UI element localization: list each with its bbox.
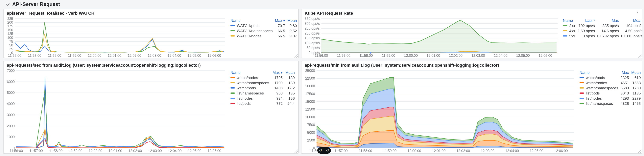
panel-header[interactable]: api-requests/min from audit.log (User: s… bbox=[302, 61, 642, 69]
svg-text:4000: 4000 bbox=[7, 102, 15, 106]
series-color-swatch bbox=[230, 103, 235, 104]
svg-text:11:56:00: 11:56:00 bbox=[10, 149, 23, 153]
dashboard-row-header[interactable]: API-Server Request bbox=[0, 0, 644, 9]
chart-svg: 0100020003000400050006000700011:56:0011:… bbox=[4, 69, 228, 153]
legend-row: list/nodes42932279 bbox=[578, 96, 642, 101]
legend-column-header[interactable]: Name bbox=[562, 18, 576, 23]
chart-area[interactable]: 0 ops/s50 ops/s100 ops/s150 ops/s200 ops… bbox=[302, 17, 561, 58]
svg-text:12:06:00: 12:06:00 bbox=[208, 54, 221, 58]
legend-value: 610 bbox=[630, 75, 642, 80]
svg-text:12:05:00: 12:05:00 bbox=[516, 54, 530, 58]
series-name[interactable]: WATCH/pods bbox=[237, 24, 260, 28]
series-color-swatch bbox=[230, 98, 235, 99]
legend-value: 24.4 bbox=[284, 101, 296, 106]
series-name[interactable]: watch/nodes bbox=[586, 80, 607, 85]
legend-value: 1795 bbox=[271, 75, 284, 80]
svg-text:200 ops/s: 200 ops/s bbox=[305, 31, 320, 35]
series-name[interactable]: 2xx bbox=[569, 24, 575, 28]
svg-text:12:05:00: 12:05:00 bbox=[188, 149, 202, 153]
legend-value: 66.5 bbox=[274, 28, 286, 33]
series-color-swatch bbox=[563, 25, 567, 26]
svg-text:12:03:00: 12:03:00 bbox=[148, 54, 161, 58]
legend-row: list/pods30431135 bbox=[578, 90, 642, 96]
svg-text:25000: 25000 bbox=[305, 69, 315, 73]
svg-text:11:56:00: 11:56:00 bbox=[314, 54, 328, 58]
legend-value: 0.0113 ops/s bbox=[620, 33, 642, 38]
chart-area[interactable]: 0250050007500100001250015000175002000022… bbox=[302, 69, 578, 153]
svg-text:12:00:00: 12:00:00 bbox=[408, 149, 421, 153]
chevron-down-icon[interactable] bbox=[6, 2, 10, 6]
legend-row: watch/pods140812.2 bbox=[229, 85, 296, 90]
svg-text:12:01:00: 12:01:00 bbox=[108, 149, 122, 153]
series-name[interactable]: watch/namespaces bbox=[586, 86, 618, 90]
svg-text:7000: 7000 bbox=[7, 69, 15, 73]
chart-area[interactable]: 0100020003000400050006000700011:56:0011:… bbox=[4, 69, 228, 153]
series-name[interactable]: watch/nodes bbox=[237, 76, 258, 80]
svg-text:12:04:00: 12:04:00 bbox=[168, 54, 181, 58]
svg-text:125: 125 bbox=[7, 32, 13, 36]
legend-column-header[interactable]: Last * bbox=[576, 18, 596, 23]
legend-column-header[interactable]: Max ▾ bbox=[274, 18, 286, 23]
svg-text:250 ops/s: 250 ops/s bbox=[305, 26, 320, 30]
svg-text:12:06:00: 12:06:00 bbox=[539, 54, 552, 58]
series-name[interactable]: list/namespaces bbox=[237, 91, 264, 95]
svg-text:11:56:00: 11:56:00 bbox=[8, 54, 21, 58]
series-name[interactable]: 5xx bbox=[569, 34, 575, 38]
svg-text:12:06:00: 12:06:00 bbox=[208, 149, 221, 153]
legend-column-header[interactable]: Max ▾ bbox=[271, 70, 284, 75]
legend-value: 1709 bbox=[271, 80, 284, 85]
series-name[interactable]: list/namespaces bbox=[586, 101, 613, 106]
legend-column-header[interactable]: Mean bbox=[620, 18, 642, 23]
legend-column-header[interactable]: Mean bbox=[286, 18, 298, 23]
panel-grid: apiserver_request_total/sec - verb WATCH… bbox=[3, 9, 642, 154]
legend-column-header[interactable]: Mean bbox=[284, 70, 296, 75]
panel-header[interactable]: apiserver_request_total/sec - verb WATCH bbox=[4, 9, 298, 17]
legend-column-header[interactable]: Name bbox=[229, 70, 271, 75]
legend-row: 4xx2.60 ops/s14.6 ops/s4.50 ops/s bbox=[562, 28, 642, 33]
series-name[interactable]: WATCH/namespaces bbox=[237, 28, 273, 33]
legend-column-header[interactable]: Name bbox=[578, 70, 620, 75]
panel-api-requests-min: api-requests/min from audit.log (User: s… bbox=[301, 61, 642, 154]
legend-column-header[interactable]: Max bbox=[620, 70, 630, 75]
svg-text:11:58:00: 11:58:00 bbox=[359, 149, 372, 153]
svg-text:12:05:00: 12:05:00 bbox=[530, 149, 544, 153]
panel-header[interactable]: api-requests/sec from audit.log (User: s… bbox=[4, 61, 298, 69]
svg-text:25: 25 bbox=[9, 47, 13, 51]
svg-text:22500: 22500 bbox=[305, 76, 315, 80]
row-title: API-Server Request bbox=[12, 2, 60, 7]
series-name[interactable]: list/nodes bbox=[237, 96, 253, 100]
panel-body: 025507510012515017520022511:56:0011:57:0… bbox=[4, 17, 298, 58]
legend-column-header[interactable]: Mean bbox=[630, 70, 642, 75]
legend-value: 9.52 bbox=[286, 28, 298, 33]
svg-text:12500: 12500 bbox=[305, 107, 315, 111]
legend-value: 4328 bbox=[620, 101, 630, 106]
series-name[interactable]: list/nodes bbox=[586, 96, 602, 100]
series-name[interactable]: watch/pods bbox=[586, 76, 605, 80]
legend-value: 5689 bbox=[620, 85, 630, 90]
svg-text:1000: 1000 bbox=[7, 135, 15, 139]
svg-text:12:01:00: 12:01:00 bbox=[432, 149, 446, 153]
chart-area[interactable]: 025507510012515017520022511:56:0011:57:0… bbox=[4, 17, 228, 58]
panel-menu-icon[interactable]: ⋮ bbox=[636, 10, 640, 15]
series-name[interactable]: list/pods bbox=[586, 91, 600, 95]
legend-column-header[interactable]: Max bbox=[596, 18, 620, 23]
svg-text:12:04:00: 12:04:00 bbox=[168, 149, 182, 153]
legend-row: 5xx0 ops/s0.0792 ops/s0.0113 ops/s bbox=[562, 33, 642, 38]
undo-zoom-button[interactable]: ↺ bbox=[317, 147, 324, 154]
series-name[interactable]: WATCH/nodes bbox=[237, 34, 262, 38]
svg-text:75: 75 bbox=[9, 40, 13, 44]
series-color-swatch bbox=[230, 92, 235, 94]
panel-header[interactable]: Kube API Request Rate bbox=[302, 9, 642, 17]
series-name[interactable]: watch/namespaces bbox=[237, 80, 269, 85]
series-name[interactable]: 4xx bbox=[569, 28, 575, 33]
svg-text:12:05:00: 12:05:00 bbox=[188, 54, 201, 58]
legend-column-header[interactable]: Name bbox=[229, 18, 274, 23]
svg-text:17500: 17500 bbox=[305, 92, 315, 96]
legend-value: 0 ops/s bbox=[576, 33, 596, 38]
legend-value: 2.60 ops/s bbox=[576, 28, 596, 33]
series-name[interactable]: list/pods bbox=[237, 101, 251, 106]
redo-zoom-button[interactable]: ↺ bbox=[324, 147, 331, 154]
series-name[interactable]: watch/pods bbox=[237, 86, 256, 90]
series-color-swatch bbox=[230, 35, 235, 36]
svg-text:12:00:00: 12:00:00 bbox=[404, 54, 418, 58]
